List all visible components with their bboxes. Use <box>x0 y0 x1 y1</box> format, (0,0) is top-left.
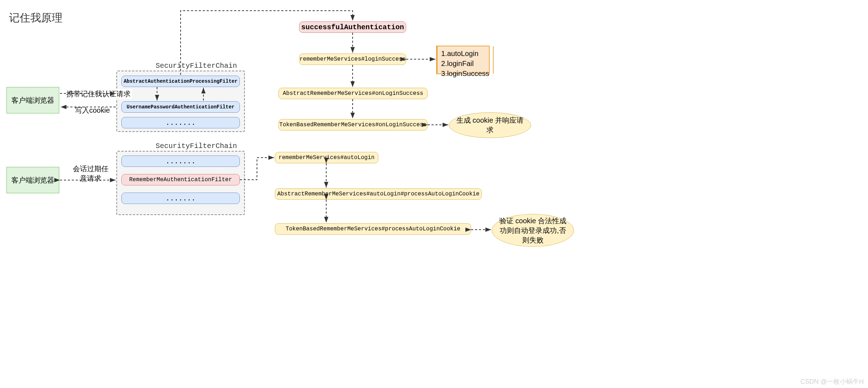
remember-me-login-success: rememberMeServices#loginSuccess <box>299 53 406 65</box>
successful-authentication: successfulAuthentication <box>299 21 406 33</box>
watermark: CSDN @一枚小蜗牛H <box>801 377 864 386</box>
edge-label-req2: 会话过期任 意请求 <box>71 164 110 183</box>
chain2-filter-2: RememberMeAuthenticationFilter <box>121 174 240 185</box>
edge-label-req1: 携带记住我认证请求 <box>65 89 132 99</box>
remember-me-auto-login: rememberMeServices#autoLogin <box>275 152 378 163</box>
token-on-login-success: TokenBasedRememberMeServices#onLoginSucc… <box>278 119 428 131</box>
edge-label-resp1: 写入cookie <box>74 106 111 115</box>
chain1-filter-1: AbstractAuthenticationProcessingFilter <box>121 76 240 87</box>
diagram-title: 记住我原理 <box>9 11 62 25</box>
chain2-filter-1: ....... <box>121 155 240 167</box>
verify-cookie-ellipse: 验证 cookie 合法性成 功则自动登录成功,否 则失败 <box>492 214 574 247</box>
methods-note-text: 1.autoLogin 2.loginFail 3.loginSuccess <box>438 46 493 73</box>
gen-cookie-ellipse: 生成 cookie 并响应请 求 <box>449 112 531 138</box>
token-auto-login: TokenBasedRememberMeServices#processAuto… <box>275 223 471 235</box>
chain1-label: SecurityFilterChain <box>156 62 237 70</box>
methods-note: 1.autoLogin 2.loginFail 3.loginSuccess <box>436 46 490 74</box>
chain1-filter-2: UsernamePasswordAuthenticationFilter <box>121 101 240 113</box>
chain2-filter-3: ....... <box>121 193 240 204</box>
chain1-filter-3: ....... <box>121 117 240 128</box>
chain2-label: SecurityFilterChain <box>156 142 237 150</box>
client-browser-1: 客户端浏览器 <box>6 87 59 113</box>
client-browser-2: 客户端浏览器 <box>6 167 59 193</box>
abstract-auto-login: AbstractRememberMeServices#autoLogin#pro… <box>275 188 482 200</box>
abstract-on-login-success: AbstractRememberMeServices#onLoginSucces… <box>278 88 428 99</box>
